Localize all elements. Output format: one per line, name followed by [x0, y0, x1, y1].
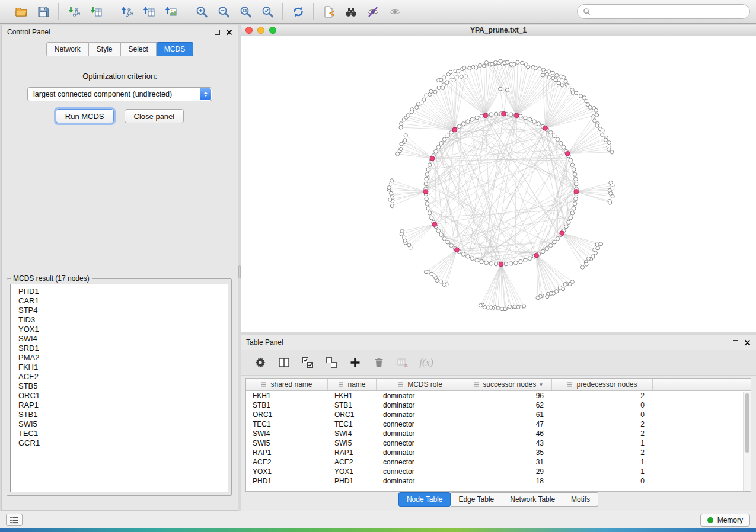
panel-menu-icon[interactable] [6, 514, 23, 526]
window-minimize-icon[interactable] [257, 27, 264, 34]
function-builder-icon[interactable]: f(x) [416, 353, 436, 372]
mcds-result-item[interactable]: STB1 [11, 410, 228, 419]
tab-style[interactable]: Style [89, 42, 121, 56]
mcds-result-item[interactable]: RAP1 [11, 400, 228, 410]
find-icon[interactable] [340, 3, 362, 21]
mcds-result-item[interactable]: SWI4 [11, 334, 228, 344]
mcds-result-item[interactable]: YOX1 [11, 325, 228, 334]
network-window-title: YPA_prune.txt_1 [276, 26, 720, 34]
deselect-all-rows-icon[interactable] [321, 353, 342, 372]
table-settings-icon[interactable] [250, 353, 270, 372]
network-window-titlebar[interactable]: YPA_prune.txt_1 [241, 25, 756, 36]
tab-edge-table[interactable]: Edge Table [451, 492, 502, 507]
optimization-criterion-label: Optimization criterion: [2, 72, 238, 81]
add-column-icon[interactable] [345, 353, 365, 372]
delete-table-icon[interactable] [393, 353, 413, 372]
apply-layout-icon[interactable] [287, 3, 309, 21]
table-row[interactable]: ORC1ORC1dominator610 [246, 410, 751, 419]
mcds-result-item[interactable]: STB5 [11, 382, 228, 391]
table-row[interactable]: TEC1TEC1connector472 [246, 419, 751, 429]
window-close-icon[interactable] [245, 27, 253, 34]
table-cell: TEC1 [328, 420, 377, 428]
window-maximize-icon[interactable] [269, 27, 276, 34]
export-image-icon[interactable] [160, 3, 181, 21]
mcds-result-item[interactable]: PMA2 [11, 353, 228, 363]
tab-network[interactable]: Network [46, 42, 89, 56]
criterion-select[interactable]: largest connected component (undirected) [27, 87, 212, 101]
close-table-panel-icon[interactable] [744, 339, 751, 346]
save-session-icon[interactable] [32, 3, 54, 21]
delete-column-icon[interactable] [369, 353, 389, 372]
zoom-fit-icon[interactable] [234, 3, 256, 21]
float-table-panel-icon[interactable] [733, 340, 738, 345]
close-panel-icon[interactable] [226, 29, 232, 36]
mcds-result-item[interactable]: SRD1 [11, 344, 228, 353]
hide-selected-icon[interactable] [362, 3, 384, 21]
table-row[interactable]: STB1STB1dominator620 [246, 400, 751, 410]
toolbar-icon-groups [6, 0, 410, 23]
split-panel-icon[interactable] [274, 353, 294, 372]
mcds-result-item[interactable]: TID3 [11, 315, 228, 325]
table-scrollbar[interactable] [743, 392, 751, 491]
show-all-icon[interactable] [384, 3, 406, 21]
table-row[interactable]: PHD1PHD1dominator180 [246, 476, 751, 486]
mcds-result-item[interactable]: FKH1 [11, 363, 228, 372]
column-header-mcds-role[interactable]: MCDS role [377, 379, 464, 390]
table-cell: 1 [552, 458, 653, 466]
clone-network-icon[interactable] [318, 3, 340, 21]
table-cell: 96 [464, 392, 552, 400]
open-file-icon[interactable] [10, 3, 32, 21]
column-header-shared-name[interactable]: shared name [246, 379, 328, 390]
criterion-selected-value: largest connected component (undirected) [33, 90, 172, 98]
table-row[interactable]: FKH1FKH1dominator962 [246, 391, 751, 400]
mcds-buttons-row: Run MCDS Close panel [2, 109, 238, 123]
tab-mcds[interactable]: MCDS [157, 42, 193, 56]
table-cell: 43 [464, 439, 552, 447]
run-mcds-button[interactable]: Run MCDS [56, 109, 114, 123]
mcds-result-item[interactable]: SWI5 [11, 419, 228, 429]
column-header-predecessor-nodes[interactable]: predecessor nodes [552, 379, 653, 390]
mcds-result-item[interactable]: ORC1 [11, 391, 228, 400]
network-view-window: YPA_prune.txt_1 [241, 25, 756, 332]
import-table-icon[interactable] [85, 3, 107, 21]
zoom-in-icon[interactable] [190, 3, 212, 21]
mcds-result-item[interactable]: CAR1 [11, 296, 228, 306]
table-cell: PHD1 [328, 477, 377, 485]
table-cell: 2 [552, 430, 653, 438]
scrollbar-thumb[interactable] [745, 393, 749, 453]
export-network-icon[interactable] [116, 3, 138, 21]
export-table-icon[interactable] [138, 3, 160, 21]
mcds-result-item[interactable]: ACE2 [11, 372, 228, 382]
mcds-result-item[interactable]: STP4 [11, 306, 228, 315]
tab-node-table[interactable]: Node Table [398, 492, 451, 507]
column-header-name[interactable]: name [328, 379, 377, 390]
select-all-rows-icon[interactable] [298, 353, 318, 372]
memory-status-dot [707, 517, 713, 523]
tab-select[interactable]: Select [121, 42, 157, 56]
close-panel-button[interactable]: Close panel [125, 109, 184, 123]
tab-network-table[interactable]: Network Table [502, 492, 563, 507]
zoom-out-icon[interactable] [212, 3, 234, 21]
column-header-successor-nodes[interactable]: successor nodes▾ [464, 379, 552, 390]
memory-button[interactable]: Memory [700, 514, 750, 527]
mcds-result-item[interactable]: GCR1 [11, 438, 228, 448]
main-toolbar [0, 0, 756, 24]
float-panel-icon[interactable] [215, 30, 220, 35]
tab-motifs[interactable]: Motifs [563, 492, 598, 507]
table-row[interactable]: ACE2ACE2connector311 [246, 457, 751, 467]
network-canvas[interactable] [241, 36, 756, 332]
mcds-result-item[interactable]: PHD1 [11, 287, 228, 296]
mcds-result-list[interactable]: PHD1CAR1STP4TID3YOX1SWI4SRD1PMA2FKH1ACE2… [10, 284, 228, 492]
table-row[interactable]: YOX1YOX1connector291 [246, 467, 751, 476]
table-cell: FKH1 [328, 392, 377, 400]
column-header-filler [653, 379, 751, 390]
mcds-result-item[interactable]: TEC1 [11, 429, 228, 438]
import-network-icon[interactable] [63, 3, 85, 21]
network-graph[interactable] [241, 36, 756, 332]
zoom-selected-icon[interactable] [256, 3, 278, 21]
table-row[interactable]: SWI5SWI5connector431 [246, 438, 751, 448]
search-box[interactable] [577, 4, 750, 19]
table-row[interactable]: RAP1RAP1dominator352 [246, 448, 751, 457]
table-row[interactable]: SWI4SWI4dominator462 [246, 429, 751, 438]
search-input[interactable] [594, 8, 744, 16]
